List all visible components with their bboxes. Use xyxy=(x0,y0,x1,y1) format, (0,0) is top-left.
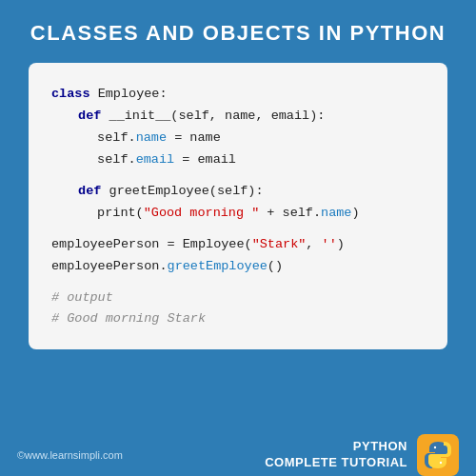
string-good-morning: "Good morning " xyxy=(144,206,260,220)
code-line-5: def greetEmployee(self): xyxy=(51,181,425,203)
code-line-4: self.email = email xyxy=(51,149,425,171)
attr-name: name xyxy=(136,130,167,145)
comma-space: , xyxy=(306,237,321,251)
init-fn: __init__(self, name, email): xyxy=(109,109,326,123)
code-line-6: print("Good morning " + self.name) xyxy=(51,203,425,225)
code-line-7: employeePerson = Employee("Stark", '') xyxy=(51,234,425,256)
greet-fn: greetEmployee(self): xyxy=(109,184,264,198)
keyword-def-1: def xyxy=(78,109,101,123)
attr-email: email xyxy=(136,152,175,167)
svg-point-1 xyxy=(440,462,442,464)
employee-person-assign: employeePerson = Employee( xyxy=(51,237,252,251)
code-block: class Employee: def __init__(self, name,… xyxy=(51,84,425,330)
keyword-def-2: def xyxy=(78,184,101,198)
concat-op: + self. xyxy=(259,206,321,220)
code-card: class Employee: def __init__(self, name,… xyxy=(29,63,447,349)
greet-method: greetEmployee xyxy=(168,259,268,273)
python-logo xyxy=(417,434,459,476)
self-name-label: self. xyxy=(97,130,136,145)
tutorial-label: PYTHON COMPLETE TUTORIAL xyxy=(265,439,407,471)
assign-email: = email xyxy=(174,152,236,167)
code-line-8: employeePerson.greetEmployee() xyxy=(51,256,425,278)
keyword-class: class xyxy=(51,87,90,101)
comment-output: # output xyxy=(51,290,113,305)
attr-name-ref: name xyxy=(321,206,351,220)
print-fn: print( xyxy=(97,206,144,220)
footer-right: PYTHON COMPLETE TUTORIAL xyxy=(265,434,459,476)
string-empty: '' xyxy=(322,237,337,251)
self-email-label: self. xyxy=(97,152,136,167)
employee-close: ) xyxy=(337,237,345,251)
tutorial-text: COMPLETE TUTORIAL xyxy=(265,455,407,471)
code-line-2: def __init__(self, name, email): xyxy=(51,106,425,128)
greet-call: () xyxy=(268,259,283,273)
copyright-text: ©www.learnsimpli.com xyxy=(17,449,123,461)
code-line-1: class Employee: xyxy=(51,84,425,106)
python-label: PYTHON xyxy=(265,439,407,455)
footer: ©www.learnsimpli.com PYTHON COMPLETE TUT… xyxy=(0,425,476,476)
class-name: Employee: xyxy=(98,87,168,101)
svg-point-0 xyxy=(434,446,436,448)
code-comment-2: # Good morning Stark xyxy=(51,308,425,330)
employee-person-ref: employeePerson. xyxy=(51,259,168,273)
code-line-3: self.name = name xyxy=(51,128,425,149)
page-title: CLASSES AND OBJECTS IN PYTHON xyxy=(10,21,466,46)
print-close: ) xyxy=(351,206,359,220)
assign-name: = name xyxy=(167,130,221,145)
header: CLASSES AND OBJECTS IN PYTHON xyxy=(0,0,476,63)
code-comment-1: # output xyxy=(51,288,425,309)
comment-result: # Good morning Stark xyxy=(51,311,206,326)
python-icon xyxy=(423,440,453,470)
string-stark: "Stark" xyxy=(252,237,307,251)
